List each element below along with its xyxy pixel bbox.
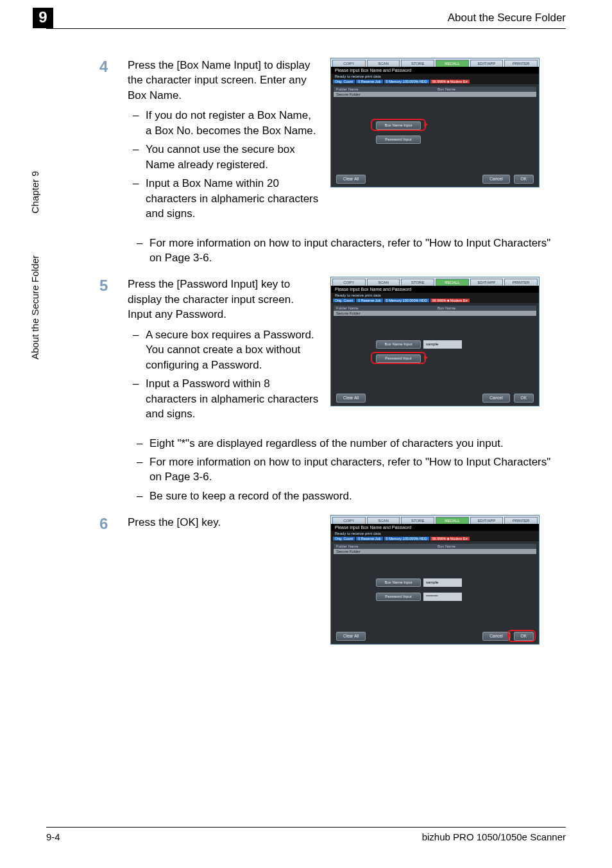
folder-row-item: Secure Folder — [336, 550, 435, 553]
side-section-title: About the Secure Folder — [30, 255, 40, 360]
status-memory: 0 Memory 100.000% HDD — [384, 299, 429, 302]
ok-button[interactable]: OK — [514, 632, 534, 641]
device-prompt: Please input Box Name and Password — [331, 67, 539, 74]
device-tab: EDIT/APP — [470, 279, 504, 286]
device-tab: PRINTER — [504, 517, 538, 524]
device-tab: EDIT/APP — [470, 517, 504, 524]
device-tab: COPY — [332, 517, 366, 524]
device-tab: STORE — [401, 517, 434, 524]
box-name-value-field: sample — [423, 578, 462, 587]
step-6: 6 Press the [OK] key. COPY SCAN STORE RE… — [99, 515, 566, 645]
footer-page-number: 9-4 — [46, 831, 60, 842]
device-status-line: Ready to receive print data — [331, 74, 539, 79]
device-tab: SCAN — [367, 279, 400, 286]
list-item: A secure box requires a Password. You ca… — [128, 327, 320, 372]
list-item: For more information on how to input cha… — [132, 455, 565, 485]
status-origcount: Orig. Count — [333, 80, 355, 83]
clear-all-button[interactable]: Clear All — [336, 175, 366, 184]
page-footer: 9-4 bizhub PRO 1050/1050e Scanner — [46, 827, 566, 842]
box-name-input-button[interactable]: Box Name Input — [376, 340, 421, 349]
device-tab: EDIT/APP — [470, 60, 504, 67]
status-origcount: Orig. Count — [333, 299, 355, 302]
footer-product-name: bizhub PRO 1050/1050e Scanner — [422, 831, 566, 842]
col-box-name: Box Name — [435, 306, 536, 311]
side-tab-text: About the Secure Folder Chapter 9 — [30, 171, 40, 360]
step-4-sublist: If you do not register a Box Name, a Box… — [128, 108, 320, 221]
device-tab: PRINTER — [504, 279, 538, 286]
red-highlight-pointer — [424, 355, 428, 360]
device-tab: PRINTER — [504, 60, 538, 67]
device-prompt: Please input Box Name and Password — [331, 286, 539, 293]
device-status-meters: Orig. Count 0 Reserve Job 0 Memory 100.0… — [331, 536, 539, 541]
status-reservejob: 0 Reserve Job — [356, 299, 382, 302]
box-name-value-field: sample — [423, 340, 462, 349]
clear-all-button[interactable]: Clear All — [336, 632, 366, 641]
device-prompt: Please input Box Name and Password — [331, 524, 539, 531]
box-name-input-button[interactable]: Box Name Input — [376, 121, 421, 130]
page-header: About the Secure Folder — [46, 12, 566, 29]
device-tab: STORE — [401, 60, 434, 67]
col-folder-name: Folder Name — [334, 306, 435, 311]
password-input-button[interactable]: Password Input — [376, 593, 421, 601]
ok-button[interactable]: OK — [514, 175, 534, 184]
folder-row-item: Secure Folder — [336, 92, 435, 96]
step-5: 5 Press the [Password Input] key to disp… — [99, 277, 566, 425]
ok-button[interactable]: OK — [514, 394, 534, 403]
step-lead-text: Press the [Box Name Input] to display th… — [128, 58, 320, 103]
device-tab-active: RECALL — [436, 279, 469, 286]
cancel-button[interactable]: Cancel — [482, 394, 509, 403]
list-item: Input a Password within 8 characters in … — [128, 376, 320, 421]
device-tab: STORE — [401, 279, 434, 286]
status-modem-error: 99.996% ■ Modem Err — [430, 80, 470, 83]
clear-all-button[interactable]: Clear All — [336, 394, 366, 403]
box-name-input-button[interactable]: Box Name Input — [376, 578, 421, 587]
cancel-button[interactable]: Cancel — [482, 175, 509, 184]
device-tab: SCAN — [367, 517, 400, 524]
red-highlight-pointer — [507, 633, 511, 638]
status-reservejob: 0 Reserve Job — [356, 80, 382, 83]
col-folder-name: Folder Name — [334, 544, 435, 549]
folder-row-item: Secure Folder — [336, 311, 435, 315]
step-5-sublist: A secure box requires a Password. You ca… — [128, 327, 320, 422]
list-item: For more information on how to input cha… — [132, 236, 565, 266]
step-4: 4 Press the [Box Name Input] to display … — [99, 58, 566, 225]
step-lead-text: Press the [OK] key. — [128, 515, 320, 530]
device-status-line: Ready to receive print data — [331, 293, 539, 298]
step-5-below-list: Eight "*"s are displayed regardless of t… — [132, 436, 565, 504]
status-modem-error: 99.996% ■ Modem Err — [430, 299, 470, 302]
device-status-line: Ready to receive print data — [331, 531, 539, 536]
password-input-button[interactable]: Password Input — [376, 135, 421, 144]
list-item: Eight "*"s are displayed regardless of t… — [132, 436, 565, 451]
col-box-name: Box Name — [435, 87, 536, 92]
status-reservejob: 0 Reserve Job — [356, 537, 382, 541]
device-tab-active: RECALL — [436, 60, 469, 67]
device-status-meters: Orig. Count 0 Reserve Job 0 Memory 100.0… — [331, 79, 539, 84]
device-tab: COPY — [332, 279, 366, 286]
step-number: 4 — [99, 58, 114, 76]
list-item: Be sure to keep a record of the password… — [132, 489, 565, 503]
step-lead-text: Press the [Password Input] key to displa… — [128, 277, 320, 322]
step-number: 6 — [99, 515, 114, 533]
col-folder-name: Folder Name — [334, 87, 435, 92]
device-screenshot-1: COPY SCAN STORE RECALL EDIT/APP PRINTER … — [330, 58, 540, 187]
cancel-button[interactable]: Cancel — [482, 632, 509, 641]
status-modem-error: 99.996% ■ Modem Err — [430, 537, 470, 541]
col-box-name: Box Name — [435, 544, 536, 549]
side-chapter-label: Chapter 9 — [30, 171, 40, 214]
device-screenshot-3: COPY SCAN STORE RECALL EDIT/APP PRINTER … — [330, 515, 540, 645]
status-origcount: Orig. Count — [333, 537, 355, 541]
step-number: 5 — [99, 277, 114, 295]
step-4-below-list: For more information on how to input cha… — [132, 236, 565, 266]
device-status-meters: Orig. Count 0 Reserve Job 0 Memory 100.0… — [331, 298, 539, 303]
list-item: Input a Box Name within 20 characters in… — [128, 176, 320, 221]
device-screenshot-2: COPY SCAN STORE RECALL EDIT/APP PRINTER … — [330, 277, 540, 406]
red-highlight-pointer — [424, 122, 428, 127]
password-value-field: ******** — [423, 593, 462, 601]
device-tab: COPY — [332, 60, 366, 67]
list-item: You cannot use the secure box Name alrea… — [128, 142, 320, 172]
password-input-button[interactable]: Password Input — [376, 354, 421, 363]
list-item: If you do not register a Box Name, a Box… — [128, 108, 320, 138]
device-tab-active: RECALL — [436, 517, 469, 524]
device-tab: SCAN — [367, 60, 400, 67]
status-memory: 0 Memory 100.000% HDD — [384, 80, 429, 83]
